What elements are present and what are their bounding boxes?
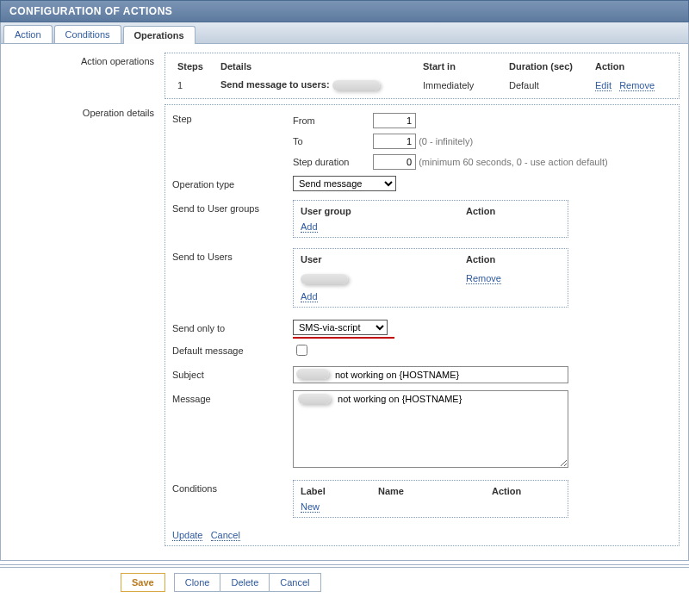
- user-groups-box: User group Action Add: [293, 200, 568, 238]
- step-label: Step: [172, 110, 293, 172]
- stepdur-label: Step duration: [293, 153, 370, 171]
- to-label: To: [293, 133, 370, 150]
- edit-link[interactable]: Edit: [595, 80, 611, 91]
- details-text: Send message to users:: [220, 79, 330, 90]
- cancel-link[interactable]: Cancel: [211, 530, 240, 541]
- action-operations-label: Action operations: [9, 53, 164, 99]
- send-only-to-select[interactable]: SMS-via-script: [293, 320, 388, 335]
- redacted-message-prefix: [298, 394, 331, 404]
- operation-details-label: Operation details: [9, 104, 164, 546]
- usergroup-header: User group: [301, 206, 466, 216]
- defmsg-label: Default message: [172, 342, 293, 359]
- col-steps: Steps: [172, 59, 215, 77]
- operations-box: Steps Details Start in Duration (sec) Ac…: [164, 53, 680, 99]
- subject-input[interactable]: [293, 366, 568, 383]
- cond-name-header: Name: [378, 486, 492, 496]
- page-header: CONFIGURATION OF ACTIONS: [0, 0, 689, 22]
- usergroup-action-header: Action: [466, 206, 561, 216]
- cancel-button[interactable]: Cancel: [269, 573, 320, 592]
- user-action-header: Action: [466, 254, 561, 264]
- tab-action[interactable]: Action: [3, 25, 53, 43]
- stepdur-hint: (minimum 60 seconds, 0 - use action defa…: [419, 157, 608, 167]
- message-label: Message: [172, 390, 293, 470]
- users-label: Send to Users: [172, 248, 293, 308]
- conditions-label: Conditions: [172, 480, 293, 518]
- col-details: Details: [215, 59, 418, 77]
- cond-label-header: Label: [301, 486, 378, 496]
- update-link[interactable]: Update: [172, 530, 202, 541]
- clone-button[interactable]: Clone: [174, 573, 221, 592]
- user-header: User: [301, 254, 466, 264]
- operation-details-box: Step From To (0 - infinitely) Step dur: [164, 104, 680, 546]
- to-input[interactable]: [373, 134, 416, 149]
- tab-conditions[interactable]: Conditions: [54, 25, 121, 43]
- add-user-link[interactable]: Add: [301, 291, 318, 302]
- sendonly-label: Send only to: [172, 320, 293, 337]
- stepdur-input[interactable]: [373, 154, 416, 170]
- redacted-user-row: [301, 274, 348, 284]
- remove-user-link[interactable]: Remove: [466, 273, 501, 284]
- delete-button[interactable]: Delete: [220, 573, 270, 592]
- from-input[interactable]: [373, 113, 416, 128]
- col-action: Action: [590, 59, 672, 77]
- cell-step: 1: [172, 77, 215, 93]
- col-startin: Start in: [418, 59, 504, 77]
- tab-operations[interactable]: Operations: [123, 26, 196, 44]
- to-hint: (0 - infinitely): [419, 136, 473, 146]
- redacted-subject-prefix: [296, 369, 329, 379]
- tab-bar: Action Conditions Operations: [0, 22, 689, 44]
- content-pane: Action operations Steps Details Start in…: [0, 44, 689, 561]
- table-header-row: Steps Details Start in Duration (sec) Ac…: [172, 59, 672, 77]
- cell-actions: Edit Remove: [590, 77, 672, 93]
- cell-startin: Immediately: [418, 77, 504, 93]
- redacted-user: [332, 80, 380, 90]
- new-condition-link[interactable]: New: [301, 501, 320, 513]
- operations-table: Steps Details Start in Duration (sec) Ac…: [172, 59, 672, 93]
- groups-label: Send to User groups: [172, 200, 293, 238]
- cond-action-header: Action: [492, 486, 561, 496]
- save-button[interactable]: Save: [121, 573, 165, 592]
- subject-label: Subject: [172, 366, 293, 383]
- cell-details: Send message to users:: [215, 77, 418, 93]
- operation-type-select[interactable]: Send message: [293, 176, 396, 191]
- add-group-link[interactable]: Add: [301, 221, 318, 233]
- col-duration: Duration (sec): [504, 59, 590, 77]
- message-textarea[interactable]: [293, 390, 568, 468]
- remove-link[interactable]: Remove: [619, 80, 655, 91]
- optype-label: Operation type: [172, 176, 293, 193]
- cell-duration: Default: [504, 77, 590, 93]
- from-label: From: [293, 112, 370, 129]
- default-message-checkbox[interactable]: [296, 345, 307, 356]
- users-box: User Action Remove Add: [293, 248, 568, 308]
- table-row: 1 Send message to users: Immediately Def…: [172, 77, 672, 93]
- conditions-box: Label Name Action New: [293, 480, 568, 518]
- footer-bar: Save Clone Delete Cancel: [0, 564, 689, 597]
